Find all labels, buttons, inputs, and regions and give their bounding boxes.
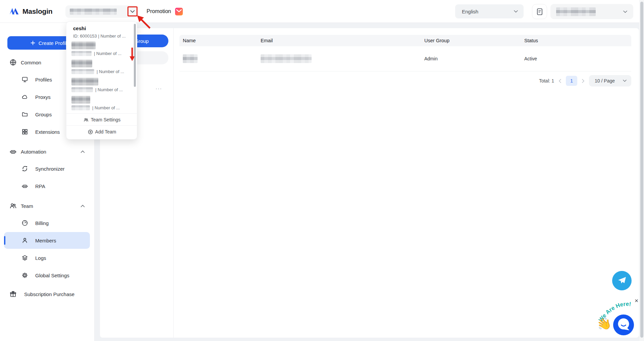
chevron-down-icon — [623, 10, 627, 13]
globe-icon — [9, 59, 17, 66]
layers-icon — [21, 254, 28, 261]
docs-button[interactable] — [532, 4, 547, 19]
app-window: Maslogin Promotion English — [0, 0, 644, 341]
redacted-account-name — [556, 7, 596, 16]
language-select[interactable]: English — [455, 4, 524, 18]
page-number-button[interactable]: 1 — [566, 76, 577, 86]
column-header-user-group: User Group — [421, 38, 521, 43]
team-meta-suffix: | Number of ... — [95, 87, 123, 92]
annotation-arrow-down — [129, 47, 135, 62]
sidebar-item-label: Members — [35, 238, 56, 243]
telegram-plane-icon — [617, 276, 627, 285]
redacted-team-id — [71, 105, 90, 110]
section-label: Common — [21, 60, 41, 65]
more-options-button[interactable]: ... — [156, 84, 162, 91]
redacted-team-name — [70, 8, 117, 15]
member-user-group: Admin — [421, 56, 521, 61]
sidebar-item-global-settings[interactable]: Global Settings — [0, 267, 95, 284]
sidebar-item-logs[interactable]: Logs — [0, 249, 95, 267]
pagination: Total: 1 1 10 / Page — [179, 75, 631, 87]
sidebar-item-members[interactable]: Members — [0, 232, 95, 249]
members-table: Name Email User Group Status Admin Activ… — [179, 35, 631, 87]
extensions-grid-icon — [21, 128, 28, 135]
sidebar-item-synchronizer[interactable]: Synchronizer — [0, 160, 95, 177]
chevron-up-icon — [80, 205, 85, 208]
promotion-link[interactable]: Promotion — [147, 0, 183, 23]
redacted-team-name[interactable] — [71, 42, 96, 49]
redacted-team-name[interactable] — [71, 78, 98, 86]
robot-icon — [21, 183, 28, 189]
redacted-team-name[interactable] — [71, 96, 90, 104]
robot-icon — [9, 148, 17, 155]
member-status: Active — [521, 56, 631, 61]
sidebar-item-label: Logs — [35, 255, 46, 261]
top-header: Maslogin Promotion English — [0, 0, 644, 23]
maslogin-logo-icon — [9, 7, 19, 16]
redacted-team-id — [71, 87, 93, 92]
sidebar-item-label: Subscription Purchase — [24, 291, 74, 297]
chevron-down-icon — [130, 10, 135, 13]
circle-plus-icon — [88, 129, 93, 134]
team-settings-label: Team Settings — [91, 117, 121, 122]
team-item-ceshi[interactable]: ceshi — [73, 25, 86, 31]
table-row: Admin Active — [179, 46, 631, 71]
team-settings-icon — [84, 117, 89, 122]
page-scrollbar-thumb[interactable] — [640, 2, 643, 338]
redacted-member-name — [183, 54, 198, 63]
folder-icon — [21, 111, 28, 118]
sidebar-item-label: Extensions — [35, 129, 60, 135]
telegram-button[interactable] — [612, 271, 632, 290]
close-chat-promo-button[interactable]: × — [635, 297, 638, 304]
sidebar-section-automation[interactable]: Automation — [0, 147, 95, 156]
sidebar-item-subscription-purchase[interactable]: Subscription Purchase — [0, 287, 95, 301]
team-people-icon — [9, 202, 17, 210]
cloud-icon — [21, 94, 28, 100]
page-size-select[interactable]: 10 / Page — [589, 75, 631, 87]
document-icon — [536, 8, 543, 15]
pagination-total: Total: 1 — [539, 78, 554, 83]
add-team-label: Add Team — [95, 129, 116, 134]
sidebar-item-billing[interactable]: Billing — [0, 214, 95, 232]
team-settings-item[interactable]: Team Settings — [66, 115, 138, 125]
plus-icon — [31, 41, 35, 45]
panel-divider — [173, 28, 174, 338]
sidebar-item-rpa[interactable]: RPA — [0, 177, 95, 195]
column-header-name: Name — [179, 38, 257, 43]
sidebar-section-team[interactable]: Team — [0, 201, 95, 211]
redacted-team-name[interactable] — [71, 60, 92, 67]
team-meta-suffix: | Number of ... — [97, 69, 124, 74]
team-item-meta: | Number of ... — [71, 87, 123, 92]
sidebar-item-label: Global Settings — [35, 273, 69, 278]
account-menu[interactable] — [550, 4, 633, 19]
section-label: Automation — [21, 149, 46, 155]
add-team-item[interactable]: Add Team — [66, 126, 138, 137]
main-area: ser Group ... Name Email User Group Stat… — [95, 23, 644, 341]
chevron-left-icon[interactable] — [558, 79, 561, 83]
create-profile-label: Create Profile — [39, 40, 69, 46]
gear-icon — [21, 272, 28, 279]
brand-name: Maslogin — [22, 7, 52, 15]
brand-logo: Maslogin — [9, 0, 52, 23]
table-header-row: Name Email User Group Status — [179, 35, 631, 46]
team-item-meta: | Number of ... — [71, 51, 121, 56]
team-item-meta: ID: 6000153 | Number of ... — [73, 34, 133, 39]
team-meta-suffix: | Number of ... — [92, 105, 120, 110]
sidebar-item-label: Groups — [35, 112, 52, 117]
sidebar-item-label: Synchronizer — [35, 166, 65, 172]
promotion-label: Promotion — [147, 8, 171, 14]
monitor-icon — [21, 76, 28, 83]
team-item-meta: | Number of ... — [71, 105, 120, 110]
live-chat-button[interactable] — [613, 315, 634, 335]
chevron-down-icon — [514, 10, 518, 13]
column-header-email: Email — [257, 38, 421, 43]
team-meta-suffix: | Number of ... — [94, 51, 121, 56]
person-icon — [21, 237, 28, 244]
divider — [66, 113, 138, 114]
redacted-member-email — [261, 54, 312, 63]
team-selector[interactable] — [65, 5, 137, 18]
chevron-right-icon[interactable] — [582, 79, 585, 83]
chevron-down-icon — [623, 79, 627, 82]
sidebar-item-label: Billing — [35, 220, 49, 226]
gift-icon — [9, 290, 17, 298]
team-item-meta: | Number of ... — [71, 69, 124, 74]
